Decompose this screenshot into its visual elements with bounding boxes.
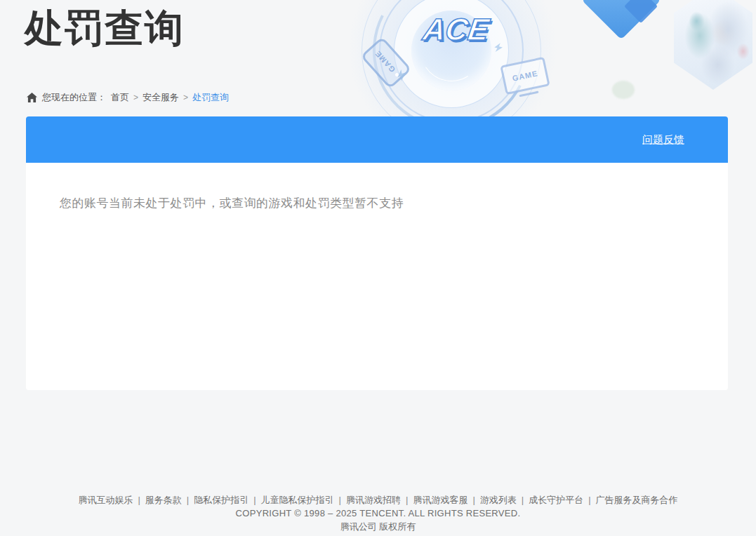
result-card: 问题反馈 您的账号当前未处于处罚中，或查询的游戏和处罚类型暂不支持 (26, 116, 728, 390)
company-text: 腾讯公司 版权所有 (0, 520, 756, 533)
footer-link[interactable]: 广告服务及商务合作 (596, 495, 678, 505)
tv-game-label: GAME (512, 69, 539, 82)
card-banner: 问题反馈 (26, 116, 728, 163)
feedback-link[interactable]: 问题反馈 (642, 133, 684, 147)
footer: 腾讯互动娱乐|服务条款|隐私保护指引|儿童隐私保护指引|腾讯游戏招聘|腾讯游戏客… (0, 493, 756, 533)
home-icon (27, 93, 37, 102)
footer-links: 腾讯互动娱乐|服务条款|隐私保护指引|儿童隐私保护指引|腾讯游戏招聘|腾讯游戏客… (0, 493, 756, 507)
footer-link[interactable]: 服务条款 (145, 495, 182, 505)
breadcrumb: 您现在的位置： 首页>安全服务>处罚查询 (27, 91, 232, 104)
breadcrumb-items: 首页>安全服务>处罚查询 (108, 91, 232, 104)
footer-separator: | (138, 495, 140, 505)
footer-separator: | (588, 495, 590, 505)
breadcrumb-item[interactable]: 首页 (111, 92, 129, 102)
footer-link[interactable]: 腾讯互动娱乐 (78, 495, 133, 505)
breadcrumb-label: 您现在的位置： (42, 91, 106, 104)
character-artwork (674, 0, 752, 90)
ace-logo-text: ACE (420, 12, 492, 46)
breadcrumb-item[interactable]: 处罚查询 (192, 92, 229, 102)
footer-separator: | (187, 495, 189, 505)
footer-separator: | (339, 495, 341, 505)
footer-separator: | (472, 495, 475, 505)
footer-separator: | (406, 495, 408, 505)
footer-link[interactable]: 成长守护平台 (529, 495, 583, 505)
footer-link[interactable]: 腾讯游戏招聘 (346, 495, 401, 505)
footer-separator: | (253, 495, 256, 505)
footer-link[interactable]: 隐私保护指引 (194, 495, 248, 505)
copyright-text: COPYRIGHT © 1998 – 2025 TENCENT. ALL RIG… (0, 507, 756, 520)
result-message: 您的账号当前未处于处罚中，或查询的游戏和处罚类型暂不支持 (60, 195, 700, 211)
footer-link[interactable]: 游戏列表 (480, 495, 517, 505)
footer-link[interactable]: 儿童隐私保护指引 (261, 495, 334, 505)
phone-game-label: GAME (373, 49, 397, 74)
page-title: 处罚查询 (25, 3, 185, 55)
breadcrumb-separator: > (183, 93, 188, 102)
ace-logo-icon: ACE ACE (416, 6, 497, 51)
card-body: 您的账号当前未处于处罚中，或查询的游戏和处罚类型暂不支持 (26, 163, 728, 211)
dot-decoration (612, 81, 635, 99)
footer-separator: | (522, 495, 524, 505)
breadcrumb-separator: > (133, 93, 138, 102)
breadcrumb-item[interactable]: 安全服务 (142, 92, 179, 102)
footer-link[interactable]: 腾讯游戏客服 (413, 495, 467, 505)
